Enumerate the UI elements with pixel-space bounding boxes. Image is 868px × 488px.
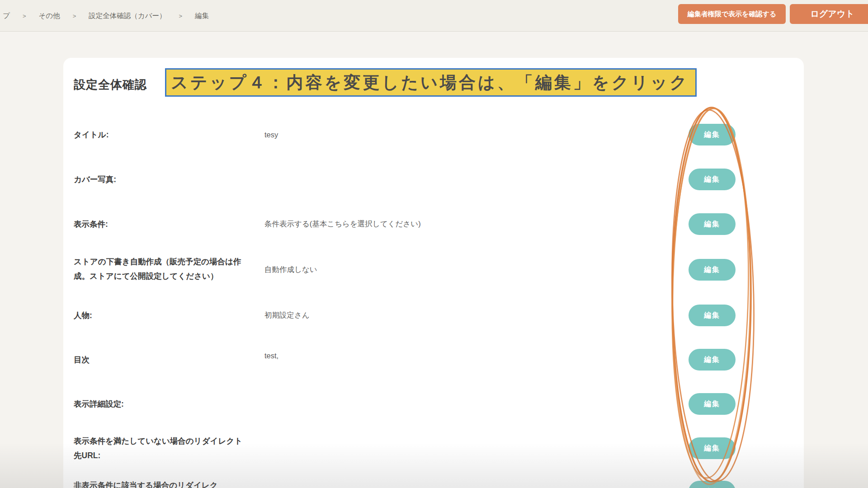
row-value-display-condition: 条件表示する(基本こちらを選択してください) (264, 219, 626, 229)
breadcrumb-item-edit[interactable]: 編集 (195, 11, 209, 21)
edit-button-person[interactable]: 編集 (689, 305, 736, 326)
breadcrumb: プ > その他 > 設定全体確認（カバー） > 編集 (3, 0, 209, 32)
breadcrumb-separator: > (179, 13, 183, 19)
row-label-person: 人物: (74, 308, 243, 323)
row-label-display-condition: 表示条件: (74, 217, 243, 231)
row-label-hidden-redirect: 非表示条件に該当する場合のリダイレク (74, 478, 243, 488)
edit-button-display-condition[interactable]: 編集 (689, 213, 736, 235)
tutorial-step-banner: ステップ４：内容を変更したい場合は、「編集」をクリック (165, 68, 697, 97)
breadcrumb-separator: > (23, 13, 26, 19)
logout-button[interactable]: ログアウト (790, 4, 868, 24)
page-title: 設定全体確認 (74, 77, 147, 93)
edit-button-store-draft[interactable]: 編集 (689, 259, 736, 281)
edit-button-cover-photo[interactable]: 編集 (689, 169, 736, 190)
row-value-store-draft: 自動作成しない (264, 265, 626, 275)
row-label-title: タイトル: (74, 127, 243, 142)
breadcrumb-item-settings-overview[interactable]: 設定全体確認（カバー） (89, 11, 166, 21)
breadcrumb-item-others[interactable]: その他 (38, 11, 60, 21)
row-value-person: 初期設定さん (264, 310, 626, 320)
row-label-cover-photo: カバー写真: (74, 172, 243, 187)
row-value-title: tesy (264, 131, 626, 139)
breadcrumb-item-top[interactable]: プ (3, 11, 10, 21)
edit-button-hidden-redirect[interactable]: 編集 (689, 481, 736, 488)
edit-button-display-detail[interactable]: 編集 (689, 393, 736, 415)
edit-button-title[interactable]: 編集 (689, 124, 736, 145)
preview-as-editor-button[interactable]: 編集者権限で表示を確認する (678, 4, 786, 24)
row-label-toc: 目次 (74, 352, 243, 367)
row-value-toc: test, (264, 352, 626, 360)
edit-button-toc[interactable]: 編集 (689, 349, 736, 371)
top-bar: プ > その他 > 設定全体確認（カバー） > 編集 編集者権限で表示を確認する… (0, 0, 868, 32)
edit-button-redirect-url[interactable]: 編集 (689, 437, 736, 459)
row-label-redirect-url: 表示条件を満たしていない場合のリダイレクト先URL: (74, 434, 243, 463)
row-label-display-detail: 表示詳細設定: (74, 397, 243, 411)
row-label-store-draft: ストアの下書き自動作成（販売予定の場合は作成。ストアにて公開設定してください） (74, 254, 243, 283)
breadcrumb-separator: > (73, 13, 76, 19)
